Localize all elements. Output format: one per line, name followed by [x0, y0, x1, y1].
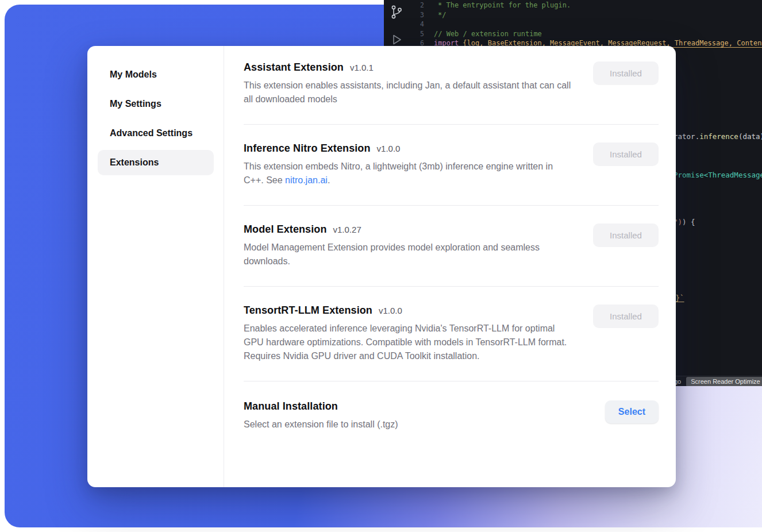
line-number: 3: [410, 11, 424, 19]
sidebar-item-label: Advanced Settings: [110, 128, 193, 138]
extension-info: Model Extension v1.0.27 Model Management…: [244, 223, 542, 268]
installed-button[interactable]: Installed: [593, 61, 659, 85]
extension-item-tensorrt: TensortRT-LLM Extension v1.0.0 Enables a…: [244, 287, 659, 381]
extension-header: Manual Installation: [244, 400, 398, 413]
manual-installation-section: Manual Installation Select an extension …: [244, 381, 659, 449]
sidebar-item-label: My Models: [110, 70, 157, 80]
line-number: 5: [410, 30, 424, 38]
extension-info: Inference Nitro Extension v1.0.0 This ex…: [244, 142, 574, 187]
manual-installation-description: Select an extension file to install (.tg…: [244, 418, 398, 431]
installed-button[interactable]: Installed: [593, 142, 659, 166]
extension-header: Inference Nitro Extension v1.0.0: [244, 142, 574, 155]
code-text: */: [434, 11, 446, 19]
extension-item-assistant: Assistant Extension v1.0.1 This extensio…: [244, 46, 659, 125]
sidebar-item-my-settings[interactable]: My Settings: [98, 91, 214, 117]
extension-description: This extension embeds Nitro, a lightweig…: [244, 160, 574, 187]
code-text: inference: [699, 132, 738, 141]
code-line: 4: [410, 20, 762, 29]
extension-info: Manual Installation Select an extension …: [244, 400, 398, 431]
code-text: (data));: [738, 132, 762, 141]
sidebar-item-extensions[interactable]: Extensions: [98, 150, 214, 175]
extension-description: Model Management Extension provides mode…: [244, 241, 542, 268]
code-text: rator.: [674, 132, 699, 141]
select-button[interactable]: Select: [605, 400, 659, 423]
code-line: 3 */: [410, 10, 762, 20]
extension-header: Model Extension v1.0.27: [244, 223, 542, 236]
run-debug-icon[interactable]: [389, 32, 404, 47]
line-number: 2: [410, 1, 424, 9]
extension-header: Assistant Extension v1.0.1: [244, 61, 574, 74]
manual-installation-title: Manual Installation: [244, 400, 338, 413]
settings-modal: My Models My Settings Advanced Settings …: [87, 46, 676, 487]
code-text: // Web / extension runtime: [434, 30, 542, 38]
sidebar-item-label: My Settings: [110, 99, 161, 109]
sidebar-item-label: Extensions: [110, 157, 159, 168]
description-text: .: [328, 175, 330, 185]
settings-sidebar: My Models My Settings Advanced Settings …: [87, 46, 224, 487]
sidebar-item-advanced-settings[interactable]: Advanced Settings: [98, 121, 214, 146]
sidebar-item-my-models[interactable]: My Models: [98, 62, 214, 87]
code-line: 5 // Web / extension runtime: [410, 29, 762, 39]
code-fragment: rator.inference(data));: [674, 132, 762, 141]
extension-info: Assistant Extension v1.0.1 This extensio…: [244, 61, 574, 106]
installed-button[interactable]: Installed: [593, 223, 659, 247]
extension-name: Assistant Extension: [244, 61, 344, 74]
extension-name: Inference Nitro Extension: [244, 142, 371, 155]
extension-name: Model Extension: [244, 223, 327, 236]
line-number: 4: [410, 20, 424, 28]
editor-code-lines: 2 * The entrypoint for the plugin. 3 */ …: [410, 1, 762, 48]
extension-info: TensortRT-LLM Extension v1.0.0 Enables a…: [244, 304, 574, 363]
code-text: ) {: [682, 218, 695, 226]
extensions-panel: Assistant Extension v1.0.1 This extensio…: [224, 46, 676, 487]
installed-button[interactable]: Installed: [593, 304, 659, 328]
extension-description: Enables accelerated inference leveraging…: [244, 322, 574, 363]
extension-name: TensortRT-LLM Extension: [244, 304, 372, 317]
extension-item-nitro: Inference Nitro Extension v1.0.0 This ex…: [244, 125, 659, 206]
extension-version: v1.0.0: [379, 306, 402, 315]
code-fragment: Promise<ThreadMessage>: [674, 171, 762, 179]
extension-version: v1.0.0: [377, 144, 401, 153]
extension-item-model: Model Extension v1.0.27 Model Management…: [244, 206, 659, 287]
code-line: 2 * The entrypoint for the plugin.: [410, 1, 762, 10]
extension-header: TensortRT-LLM Extension v1.0.0: [244, 304, 574, 317]
screen-reader-status-badge[interactable]: Screen Reader Optimize: [686, 377, 762, 387]
extension-description: This extension enables assistants, inclu…: [244, 79, 574, 106]
code-fragment: ")) {: [674, 218, 695, 226]
extension-version: v1.0.27: [333, 225, 361, 234]
editor-activity-rail: [384, 0, 410, 49]
extension-version: v1.0.1: [350, 63, 374, 72]
source-control-icon[interactable]: [389, 5, 404, 20]
code-text: * The entrypoint for the plugin.: [434, 1, 571, 9]
nitro-link[interactable]: nitro.jan.ai: [285, 175, 328, 185]
